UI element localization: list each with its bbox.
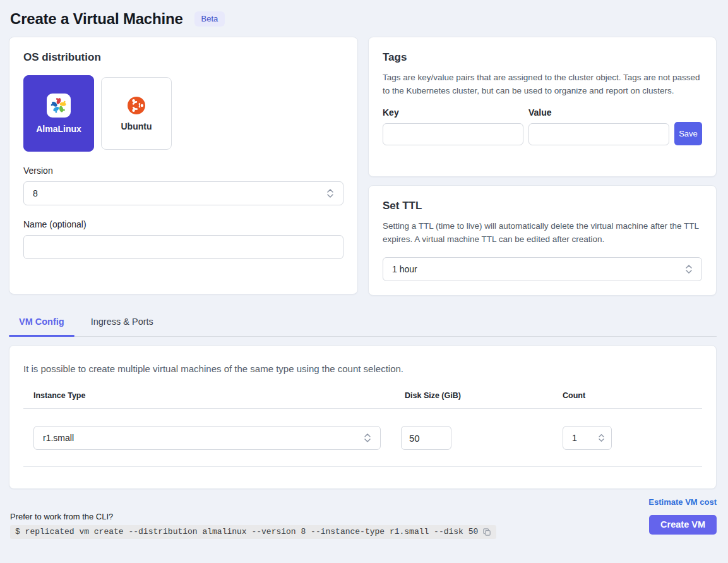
chevron-up-down-icon xyxy=(364,432,371,444)
cli-section: Prefer to work from the CLI? $ replicate… xyxy=(10,512,496,539)
count-stepper[interactable]: 1 xyxy=(563,426,612,450)
create-vm-button[interactable]: Create VM xyxy=(649,515,717,535)
count-value: 1 xyxy=(572,433,577,443)
disk-size-input[interactable] xyxy=(401,426,451,450)
ubuntu-logo-icon xyxy=(127,96,146,115)
right-column: Tags Tags are key/value pairs that are a… xyxy=(368,37,717,296)
version-label: Version xyxy=(23,166,343,176)
cli-command-text: $ replicated vm create --distribution al… xyxy=(15,527,478,536)
estimate-vm-cost-link[interactable]: Estimate VM cost xyxy=(648,497,717,507)
tab-vm-config[interactable]: VM Config xyxy=(9,310,75,336)
instance-type-cell: r1.small xyxy=(23,426,401,450)
disk-size-cell xyxy=(401,426,560,450)
page-header: Create a Virtual Machine Beta xyxy=(0,0,728,37)
ttl-card: Set TTL Setting a TTL (time to live) wil… xyxy=(368,185,717,296)
tag-value-label: Value xyxy=(528,107,669,118)
ttl-select-value: 1 hour xyxy=(392,264,417,274)
count-cell: 1 xyxy=(560,426,702,450)
top-section: OS distribution AlmaLinux xyxy=(9,37,717,296)
ttl-card-title: Set TTL xyxy=(383,200,702,212)
beta-badge: Beta xyxy=(194,11,225,27)
cli-command-snippet: $ replicated vm create --distribution al… xyxy=(10,525,496,539)
os-tile-almalinux[interactable]: AlmaLinux xyxy=(23,75,94,152)
os-card-title: OS distribution xyxy=(23,51,343,64)
tags-card-title: Tags xyxy=(383,51,702,64)
version-select-value: 8 xyxy=(33,188,38,198)
os-tile-ubuntu[interactable]: Ubuntu xyxy=(101,77,172,150)
actions-section: Estimate VM cost Create VM xyxy=(648,497,717,535)
ttl-description: Setting a TTL (time to live) will automa… xyxy=(383,220,702,246)
chevron-up-down-icon xyxy=(326,188,334,199)
os-tiles: AlmaLinux Ubuntu xyxy=(23,75,343,152)
table-row: r1.small 1 xyxy=(23,409,702,467)
name-label: Name (optional) xyxy=(23,219,343,229)
tag-key-label: Key xyxy=(383,107,523,118)
vm-config-card: It is possible to create multiple virtua… xyxy=(9,345,717,489)
cli-prompt-text: Prefer to work from the CLI? xyxy=(10,512,496,521)
tags-description: Tags are key/value pairs that are assign… xyxy=(383,71,702,97)
vm-config-note: It is possible to create multiple virtua… xyxy=(23,363,702,374)
tag-key-input[interactable] xyxy=(383,123,523,145)
tags-form-row: Key Value Save xyxy=(383,107,702,145)
copy-icon[interactable] xyxy=(482,528,491,536)
name-input[interactable] xyxy=(23,235,343,259)
instance-type-select[interactable]: r1.small xyxy=(33,426,381,450)
column-header-disk-size: Disk Size (GiB) xyxy=(401,391,560,400)
vm-table: Instance Type Disk Size (GiB) Count r1.s… xyxy=(23,391,702,467)
tag-value-field-group: Value xyxy=(528,107,669,145)
column-header-count: Count xyxy=(560,391,702,400)
save-tag-button[interactable]: Save xyxy=(674,122,702,145)
column-header-instance-type: Instance Type xyxy=(23,391,401,400)
tag-key-field-group: Key xyxy=(383,107,523,145)
tags-card: Tags Tags are key/value pairs that are a… xyxy=(368,37,717,177)
chevron-up-down-icon xyxy=(598,433,605,443)
instance-type-value: r1.small xyxy=(43,433,74,443)
page-footer: Prefer to work from the CLI? $ replicate… xyxy=(10,497,717,539)
version-select[interactable]: 8 xyxy=(23,181,343,205)
vm-table-header: Instance Type Disk Size (GiB) Count xyxy=(23,391,702,409)
tab-ingress-ports[interactable]: Ingress & Ports xyxy=(81,310,164,336)
os-tile-label: AlmaLinux xyxy=(36,124,81,134)
almalinux-logo-icon xyxy=(47,94,71,118)
chevron-up-down-icon xyxy=(685,263,693,275)
os-tile-label: Ubuntu xyxy=(121,121,152,131)
tab-bar: VM Config Ingress & Ports xyxy=(9,310,717,337)
page-title: Create a Virtual Machine xyxy=(10,10,183,28)
ttl-select[interactable]: 1 hour xyxy=(383,257,702,281)
tag-value-input[interactable] xyxy=(528,123,669,145)
os-distribution-card: OS distribution AlmaLinux xyxy=(9,37,358,294)
